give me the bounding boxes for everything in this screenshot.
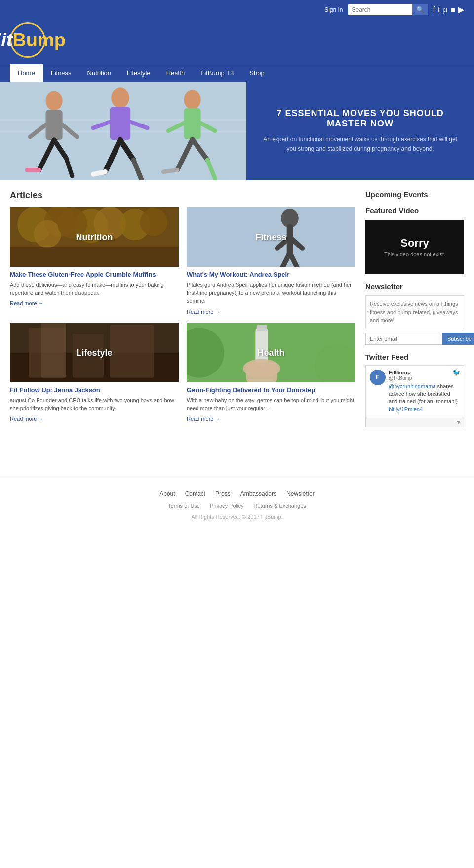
article-thumb-fitness[interactable]: Fitness (187, 207, 356, 267)
article-card-health: Health Germ-Fighting Delivered to Your D… (187, 323, 356, 422)
svg-rect-56 (246, 362, 277, 382)
logo[interactable]: FitBump (0, 31, 66, 49)
sign-in-link[interactable]: Sign In (324, 6, 343, 13)
twitter-scrollbar[interactable]: ▼ (365, 417, 464, 427)
newsletter-subscribe-button[interactable]: Subscribe (442, 333, 474, 345)
hero-silhouette (0, 82, 246, 180)
footer-link-privacy[interactable]: Privacy Policy (210, 503, 243, 509)
hero-women-svg (0, 82, 246, 180)
svg-point-3 (46, 91, 63, 111)
article-desc-health: With a new baby on the way, germs can be… (187, 396, 356, 413)
nav-item-nutrition[interactable]: Nutrition (79, 64, 119, 82)
article-thumb-health[interactable]: Health (187, 323, 356, 382)
article-title-nutrition[interactable]: Make These Gluten-Free Apple Crumble Muf… (10, 271, 179, 278)
twitter-link[interactable]: bit.ly/1Pmien4 (389, 406, 423, 412)
article-title-lifestyle[interactable]: Fit Follow Up: Jenna Jackson (10, 386, 179, 394)
article-card-fitness: Fitness What's My Workout: Andrea Speir … (187, 207, 356, 315)
article-title-fitness[interactable]: What's My Workout: Andrea Speir (187, 271, 356, 278)
article-title-health[interactable]: Germ-Fighting Delivered to Your Doorstep (187, 386, 356, 394)
footer-link-about[interactable]: About (159, 490, 175, 497)
twitter-name: FitBump (389, 370, 460, 375)
logo-circle: FitBump (10, 22, 45, 58)
read-more-health[interactable]: Read more → (187, 416, 220, 422)
main-nav: Home Fitness Nutrition Lifestyle Health … (0, 64, 474, 82)
newsletter-description: Receive exclusive news on all things fit… (365, 295, 464, 329)
read-more-fitness[interactable]: Read more → (187, 309, 220, 315)
fitness-label: Fitness (255, 232, 286, 243)
svg-rect-20 (184, 108, 201, 139)
article-desc-nutrition: Add these delicious—and easy to make—muf… (10, 281, 179, 297)
search-input[interactable] (348, 4, 412, 15)
video-player[interactable]: Sorry This video does not exist. (365, 220, 464, 274)
footer-secondary-links: Terms of Use Privacy Policy Returns & Ex… (10, 503, 464, 509)
twitter-card: F FitBump @FitBump @nycrunningmama share… (365, 365, 464, 418)
nav-item-shop[interactable]: Shop (241, 64, 272, 82)
main-content: Articles (0, 180, 474, 445)
scroll-down-icon[interactable]: ▼ (456, 419, 462, 426)
article-thumb-nutrition[interactable]: Nutrition (10, 207, 179, 267)
header-top: Sign In 🔍 f t p ■ ▶ (0, 0, 474, 18)
svg-point-35 (140, 208, 167, 236)
lifestyle-label: Lifestyle (76, 347, 112, 358)
instagram-icon[interactable]: ■ (450, 5, 455, 14)
footer-link-newsletter[interactable]: Newsletter (286, 490, 315, 497)
hero-title: 7 ESSENTIAL MOVES YOU SHOULD MASTER NOW (261, 108, 459, 129)
read-more-nutrition[interactable]: Read more → (10, 300, 43, 306)
twitter-tweet-text: @nycrunningmama shares advice how she br… (389, 383, 460, 413)
nav-item-home[interactable]: Home (10, 64, 43, 82)
search-button[interactable]: 🔍 (412, 4, 428, 15)
article-desc-lifestyle: august Co-Founder and CEO talks life wit… (10, 396, 179, 413)
twitter-avatar: F (370, 370, 386, 385)
header: Sign In 🔍 f t p ■ ▶ FitBump Home Fitness… (0, 0, 474, 82)
pinterest-icon[interactable]: p (443, 5, 447, 14)
twitter-mention[interactable]: @nycrunningmama (389, 383, 436, 389)
footer-link-returns[interactable]: Returns & Exchanges (253, 503, 306, 509)
twitter-icon[interactable]: t (438, 5, 440, 14)
svg-point-11 (111, 87, 129, 108)
footer-link-press[interactable]: Press (215, 490, 231, 497)
nav-item-lifestyle[interactable]: Lifestyle (119, 64, 158, 82)
health-label: Health (257, 347, 284, 358)
articles-title: Articles (10, 190, 356, 201)
video-sorry-subtext: This video does not exist. (384, 251, 445, 257)
svg-rect-4 (46, 110, 63, 140)
article-thumb-lifestyle[interactable]: Lifestyle (10, 323, 179, 382)
read-more-lifestyle[interactable]: Read more → (10, 416, 43, 422)
article-card-nutrition: Nutrition Make These Gluten-Free Apple C… (10, 207, 179, 315)
svg-rect-12 (110, 107, 130, 140)
nutrition-label: Nutrition (76, 232, 113, 243)
featured-video-section: Featured Video Sorry This video does not… (365, 207, 464, 274)
nav-item-health[interactable]: Health (158, 64, 193, 82)
svg-rect-36 (10, 247, 179, 267)
nav-item-fitbump-t3[interactable]: FitBump T3 (193, 64, 241, 82)
footer: About Contact Press Ambassadors Newslett… (0, 475, 474, 530)
article-card-lifestyle: Lifestyle Fit Follow Up: Jenna Jackson a… (10, 323, 179, 422)
hero-image (0, 82, 246, 180)
svg-point-30 (34, 220, 61, 248)
newsletter-section: Newsletter Receive exclusive news on all… (365, 282, 464, 345)
footer-link-ambassadors[interactable]: Ambassadors (240, 490, 276, 497)
svg-line-15 (93, 172, 105, 174)
svg-line-23 (163, 170, 177, 172)
footer-link-terms[interactable]: Terms of Use (168, 503, 200, 509)
twitter-feed-title: Twitter Feed (365, 353, 464, 361)
footer-link-contact[interactable]: Contact (185, 490, 205, 497)
hero-text-block: 7 ESSENTIAL MOVES YOU SHOULD MASTER NOW … (246, 82, 474, 180)
facebook-icon[interactable]: f (433, 5, 435, 14)
youtube-icon[interactable]: ▶ (458, 5, 464, 14)
footer-primary-links: About Contact Press Ambassadors Newslett… (10, 490, 464, 497)
newsletter-email-input[interactable] (365, 333, 442, 345)
svg-point-19 (184, 90, 201, 109)
upcoming-events-section: Upcoming Events (365, 190, 464, 199)
svg-rect-48 (41, 323, 66, 378)
hero-banner: 7 ESSENTIAL MOVES YOU SHOULD MASTER NOW … (0, 82, 474, 180)
nav-item-fitness[interactable]: Fitness (43, 64, 79, 82)
featured-video-title: Featured Video (365, 207, 464, 215)
video-sorry-text: Sorry (400, 237, 429, 249)
twitter-content: FitBump @FitBump @nycrunningmama shares … (389, 370, 460, 413)
newsletter-form: Subscribe (365, 333, 464, 345)
svg-rect-54 (257, 325, 267, 331)
article-grid: Nutrition Make These Gluten-Free Apple C… (10, 207, 356, 422)
logo-fit: Fit (0, 30, 12, 50)
twitter-bird-icon: 🐦 (452, 369, 461, 376)
